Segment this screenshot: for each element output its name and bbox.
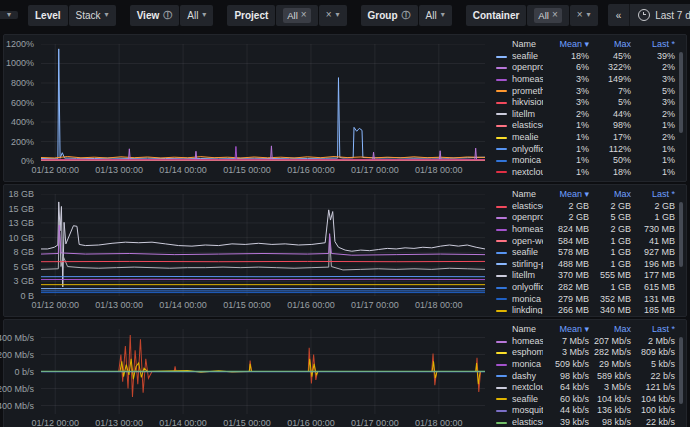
legend-series-name: openproject	[512, 213, 543, 222]
legend-row[interactable]: homeassistant824 MB2 GB730 MB	[490, 224, 684, 236]
x-axis-tick-label: 01/13 00:00	[95, 300, 143, 310]
legend-value-mean: 3%	[543, 87, 589, 96]
network-chart-svg	[41, 329, 485, 414]
legend-row[interactable]: litellm370 MB555 MB177 MB	[490, 270, 684, 282]
legend-value-last: 2 GB	[631, 202, 675, 211]
clear-all-icon[interactable]: ×	[326, 10, 332, 20]
legend-row[interactable]: homeassistant7 Mb/s207 Mb/s2 Mb/s	[490, 336, 684, 348]
legend-value-max: 1 GB	[589, 260, 631, 269]
legend-header-max[interactable]: Max	[589, 40, 631, 49]
cpu-x-axis: 01/12 00:0001/13 00:0001/14 00:0001/15 0…	[41, 165, 485, 176]
legend-series-name: litellm	[512, 271, 543, 280]
filter-clear-dropdown[interactable]: ×▾	[570, 5, 598, 26]
legend-header-name[interactable]: Name	[512, 190, 543, 199]
series-line-openproject	[41, 225, 485, 255]
legend-row[interactable]: homeassistant3%149%3%	[490, 74, 684, 86]
legend-row[interactable]: open-webui584 MB1 GB41 MB	[490, 235, 684, 247]
legend-row[interactable]: litellm2%44%2%	[490, 109, 684, 121]
legend-series-name: dashy	[512, 372, 543, 381]
legend-row[interactable]: monica509 kb/s29 Mb/s5 kb/s	[490, 359, 684, 371]
legend-row[interactable]: esphome3 Mb/s282 Mb/s809 kb/s	[490, 347, 684, 359]
legend-row[interactable]: onlyoffice282 MB1 GB615 MB	[490, 282, 684, 294]
legend-row[interactable]: nextcloud1%18%1%	[490, 167, 684, 179]
network-plot[interactable]	[41, 329, 485, 414]
legend-row[interactable]: monica279 MB352 MB131 MB	[490, 293, 684, 305]
legend-row[interactable]: hikvision3%5%3%	[490, 97, 684, 109]
series-color-swatch	[496, 418, 512, 427]
legend-row[interactable]: seafile18%45%39%	[490, 51, 684, 63]
legend-row[interactable]: nextcloud64 kb/s3 Mb/s121 b/s	[490, 382, 684, 394]
time-shift-back-button[interactable]: «	[608, 4, 631, 26]
filter-value-dropdown[interactable]: All×	[276, 5, 317, 26]
chevron-down-icon: ▾	[105, 11, 109, 19]
x-axis-tick-label: 01/12 00:00	[31, 300, 79, 310]
legend-value-last: 5%	[631, 87, 675, 96]
series-color-swatch	[496, 225, 512, 234]
legend-header-last[interactable]: Last *	[631, 40, 675, 49]
legend-header-max[interactable]: Max	[589, 325, 631, 334]
legend-series-name: monica	[512, 156, 543, 165]
legend-row[interactable]: prometheus-linux3%7%5%	[490, 85, 684, 97]
legend-header-max[interactable]: Max	[589, 190, 631, 199]
legend-row[interactable]: elasticsearch2 GB2 GB2 GB	[490, 201, 684, 213]
cropped-filter-dropdown[interactable]: ▾	[0, 11, 18, 19]
remove-value-icon[interactable]: ×	[301, 10, 307, 20]
legend-scrollbar[interactable]	[679, 337, 683, 404]
legend-row[interactable]: seafile578 MB1 GB927 MB	[490, 247, 684, 259]
legend-header-mean[interactable]: Mean ▾	[543, 325, 589, 334]
legend-value-max: 352 MB	[589, 295, 631, 304]
filter-value-dropdown[interactable]: All×	[527, 5, 568, 26]
memory-plot[interactable]	[41, 194, 485, 296]
filter-clear-dropdown[interactable]: ×▾	[319, 5, 347, 26]
series-color-swatch	[496, 52, 512, 61]
legend-scrollbar[interactable]	[679, 52, 683, 133]
legend-value-mean: 44 kb/s	[543, 406, 589, 415]
network-chart-area: -400 Mb/s-200 Mb/s0 b/s200 Mb/s400 Mb/s …	[6, 322, 488, 427]
legend-row[interactable]: elasticsearch1%98%1%	[490, 120, 684, 132]
legend-row[interactable]: monica1%50%1%	[490, 155, 684, 167]
legend-value-last: 2%	[631, 63, 675, 72]
legend-header-mean[interactable]: Mean ▾	[543, 190, 589, 199]
legend-row[interactable]: onlyoffice1%112%1%	[490, 143, 684, 155]
legend-row[interactable]: mealie1%17%2%	[490, 132, 684, 144]
legend-header-mean[interactable]: Mean ▾	[543, 40, 589, 49]
remove-value-icon[interactable]: ×	[552, 10, 558, 20]
legend-value-mean: 3%	[543, 98, 589, 107]
series-color-swatch	[496, 75, 512, 84]
legend-row[interactable]: openproject2 GB5 GB1 GB	[490, 212, 684, 224]
y-axis-tick-label: 200%	[11, 137, 34, 147]
legend-header-name[interactable]: Name	[512, 325, 543, 334]
filter-value-chip[interactable]: All×	[283, 8, 310, 23]
clock-icon	[638, 9, 650, 21]
cpu-plot[interactable]	[41, 44, 485, 161]
legend-header-last[interactable]: Last *	[631, 325, 675, 334]
filter-value-chip[interactable]: All×	[534, 8, 561, 23]
legend-value-max: 17%	[589, 133, 631, 142]
filter-value-dropdown[interactable]: All▾	[180, 5, 213, 26]
legend-value-max: 1 GB	[589, 237, 631, 246]
legend-value-max: 555 MB	[589, 271, 631, 280]
legend-row[interactable]: openproject6%322%2%	[490, 62, 684, 74]
series-color-swatch	[496, 213, 512, 222]
legend-row[interactable]: elasticsearch39 kb/s98 kb/s22 kb/s	[490, 417, 684, 427]
clear-all-icon[interactable]: ×	[577, 10, 583, 20]
legend-scrollbar[interactable]	[679, 202, 683, 267]
legend-value-max: 2 GB	[589, 225, 631, 234]
filter-value-dropdown[interactable]: Stack▾	[69, 5, 116, 26]
legend-row[interactable]: dashy98 kb/s589 kb/s22 b/s	[490, 370, 684, 382]
legend-header-name[interactable]: Name	[512, 40, 543, 49]
cpu-chart-area: 0%200%400%600%800%1000%1200% 01/12 00:00…	[6, 37, 488, 179]
legend-row[interactable]: linkding266 MB340 MB185 MB	[490, 305, 684, 314]
legend-row[interactable]: mosquitto44 kb/s136 kb/s100 kb/s	[490, 405, 684, 417]
x-axis-tick-label: 01/15 00:00	[223, 300, 271, 310]
filter-value-dropdown[interactable]: All▾	[419, 5, 452, 26]
series-line-open-webui	[41, 222, 485, 270]
legend-value-mean: 1%	[543, 121, 589, 130]
legend-header-last[interactable]: Last *	[631, 190, 675, 199]
time-range-picker[interactable]: Last 7 days ▾	[630, 4, 690, 26]
series-color-swatch	[496, 202, 512, 211]
x-axis-tick-label: 01/14 00:00	[159, 165, 207, 175]
legend-row[interactable]: seafile60 kb/s104 kb/s104 kb/s	[490, 394, 684, 406]
cpu-chart-svg	[41, 44, 485, 161]
legend-row[interactable]: stirling-pdf488 MB1 GB196 MB	[490, 259, 684, 271]
